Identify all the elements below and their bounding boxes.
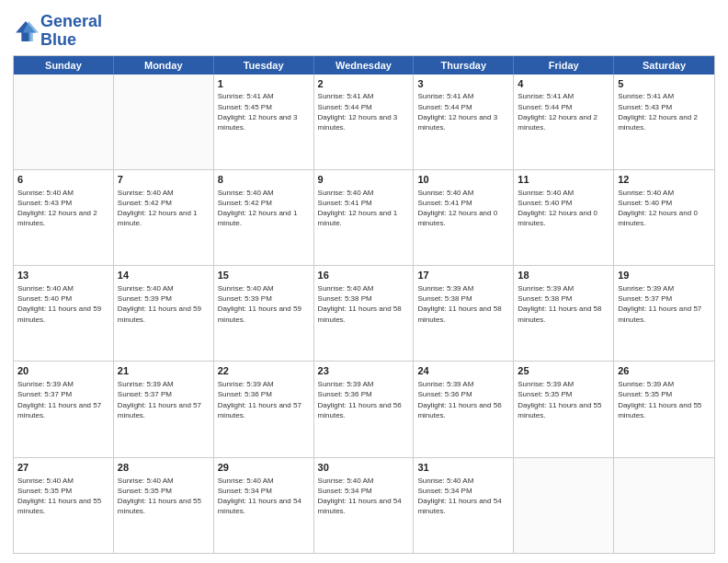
- day-info: Sunrise: 5:40 AM Sunset: 5:34 PM Dayligh…: [318, 476, 410, 517]
- day-info: Sunrise: 5:40 AM Sunset: 5:34 PM Dayligh…: [218, 476, 310, 517]
- day-info: Sunrise: 5:40 AM Sunset: 5:41 PM Dayligh…: [417, 188, 509, 229]
- week-row-3: 13Sunrise: 5:40 AM Sunset: 5:40 PM Dayli…: [14, 266, 714, 362]
- day-cell-26: 26Sunrise: 5:39 AM Sunset: 5:35 PM Dayli…: [614, 362, 714, 456]
- day-info: Sunrise: 5:41 AM Sunset: 5:44 PM Dayligh…: [417, 91, 509, 132]
- day-cell-7: 7Sunrise: 5:40 AM Sunset: 5:42 PM Daylig…: [114, 170, 214, 265]
- day-info: Sunrise: 5:41 AM Sunset: 5:44 PM Dayligh…: [318, 91, 410, 132]
- page: General Blue SundayMondayTuesdayWednesda…: [0, 0, 728, 563]
- day-header-wednesday: Wednesday: [314, 56, 415, 75]
- logo: General Blue: [13, 13, 102, 50]
- logo-icon: [13, 18, 39, 44]
- day-number: 31: [417, 461, 509, 475]
- day-cell-8: 8Sunrise: 5:40 AM Sunset: 5:42 PM Daylig…: [214, 170, 314, 265]
- day-info: Sunrise: 5:40 AM Sunset: 5:39 PM Dayligh…: [118, 283, 210, 325]
- day-info: Sunrise: 5:39 AM Sunset: 5:36 PM Dayligh…: [417, 379, 509, 420]
- day-cell-27: 27Sunrise: 5:40 AM Sunset: 5:35 PM Dayli…: [14, 458, 114, 553]
- empty-cell: [14, 75, 114, 169]
- day-cell-11: 11Sunrise: 5:40 AM Sunset: 5:40 PM Dayli…: [514, 170, 614, 265]
- day-cell-10: 10Sunrise: 5:40 AM Sunset: 5:41 PM Dayli…: [414, 170, 514, 265]
- day-header-tuesday: Tuesday: [214, 56, 314, 75]
- day-info: Sunrise: 5:40 AM Sunset: 5:38 PM Dayligh…: [318, 283, 410, 325]
- day-number: 29: [218, 461, 310, 475]
- day-number: 23: [318, 364, 410, 378]
- day-number: 11: [518, 173, 609, 187]
- day-number: 21: [118, 364, 210, 378]
- week-row-1: 1Sunrise: 5:41 AM Sunset: 5:45 PM Daylig…: [14, 75, 714, 170]
- day-number: 14: [118, 269, 210, 282]
- day-info: Sunrise: 5:40 AM Sunset: 5:40 PM Dayligh…: [17, 283, 109, 325]
- day-info: Sunrise: 5:40 AM Sunset: 5:42 PM Dayligh…: [118, 188, 210, 229]
- day-number: 20: [17, 364, 109, 378]
- day-cell-24: 24Sunrise: 5:39 AM Sunset: 5:36 PM Dayli…: [414, 362, 514, 456]
- day-header-monday: Monday: [114, 56, 214, 75]
- day-cell-2: 2Sunrise: 5:41 AM Sunset: 5:44 PM Daylig…: [314, 75, 415, 169]
- day-number: 13: [17, 269, 109, 282]
- day-cell-6: 6Sunrise: 5:40 AM Sunset: 5:43 PM Daylig…: [14, 170, 114, 265]
- day-cell-5: 5Sunrise: 5:41 AM Sunset: 5:43 PM Daylig…: [614, 75, 714, 169]
- day-info: Sunrise: 5:40 AM Sunset: 5:35 PM Dayligh…: [17, 476, 109, 517]
- day-header-saturday: Saturday: [614, 56, 714, 75]
- week-row-2: 6Sunrise: 5:40 AM Sunset: 5:43 PM Daylig…: [14, 170, 714, 266]
- day-info: Sunrise: 5:41 AM Sunset: 5:45 PM Dayligh…: [218, 91, 310, 132]
- day-number: 10: [417, 173, 509, 187]
- day-cell-31: 31Sunrise: 5:40 AM Sunset: 5:34 PM Dayli…: [414, 458, 514, 553]
- day-header-sunday: Sunday: [14, 56, 114, 75]
- day-cell-3: 3Sunrise: 5:41 AM Sunset: 5:44 PM Daylig…: [414, 75, 514, 169]
- calendar-body: 1Sunrise: 5:41 AM Sunset: 5:45 PM Daylig…: [14, 75, 714, 553]
- day-cell-20: 20Sunrise: 5:39 AM Sunset: 5:37 PM Dayli…: [14, 362, 114, 456]
- day-cell-12: 12Sunrise: 5:40 AM Sunset: 5:40 PM Dayli…: [614, 170, 714, 265]
- day-header-thursday: Thursday: [414, 56, 514, 75]
- day-number: 12: [618, 173, 711, 187]
- day-number: 3: [417, 77, 509, 91]
- day-cell-9: 9Sunrise: 5:40 AM Sunset: 5:41 PM Daylig…: [314, 170, 415, 265]
- day-cell-28: 28Sunrise: 5:40 AM Sunset: 5:35 PM Dayli…: [114, 458, 214, 553]
- day-number: 9: [318, 173, 410, 187]
- week-row-5: 27Sunrise: 5:40 AM Sunset: 5:35 PM Dayli…: [14, 458, 714, 553]
- empty-cell: [614, 458, 714, 553]
- day-number: 18: [518, 269, 609, 282]
- day-number: 7: [118, 173, 210, 187]
- week-row-4: 20Sunrise: 5:39 AM Sunset: 5:37 PM Dayli…: [14, 362, 714, 457]
- day-number: 28: [118, 461, 210, 475]
- header: General Blue: [13, 9, 715, 50]
- day-number: 2: [318, 77, 410, 91]
- day-number: 15: [218, 269, 310, 282]
- day-info: Sunrise: 5:39 AM Sunset: 5:37 PM Dayligh…: [17, 379, 109, 420]
- day-info: Sunrise: 5:41 AM Sunset: 5:43 PM Dayligh…: [618, 91, 711, 132]
- day-header-friday: Friday: [514, 56, 614, 75]
- day-cell-15: 15Sunrise: 5:40 AM Sunset: 5:39 PM Dayli…: [214, 266, 314, 361]
- day-info: Sunrise: 5:40 AM Sunset: 5:40 PM Dayligh…: [618, 188, 711, 229]
- day-info: Sunrise: 5:40 AM Sunset: 5:41 PM Dayligh…: [318, 188, 410, 229]
- day-number: 8: [218, 173, 310, 187]
- day-cell-23: 23Sunrise: 5:39 AM Sunset: 5:36 PM Dayli…: [314, 362, 415, 456]
- day-info: Sunrise: 5:40 AM Sunset: 5:42 PM Dayligh…: [218, 188, 310, 229]
- day-cell-14: 14Sunrise: 5:40 AM Sunset: 5:39 PM Dayli…: [114, 266, 214, 361]
- day-info: Sunrise: 5:39 AM Sunset: 5:38 PM Dayligh…: [417, 283, 509, 325]
- day-cell-29: 29Sunrise: 5:40 AM Sunset: 5:34 PM Dayli…: [214, 458, 314, 553]
- day-cell-13: 13Sunrise: 5:40 AM Sunset: 5:40 PM Dayli…: [14, 266, 114, 361]
- day-cell-18: 18Sunrise: 5:39 AM Sunset: 5:38 PM Dayli…: [514, 266, 614, 361]
- day-info: Sunrise: 5:39 AM Sunset: 5:35 PM Dayligh…: [618, 379, 711, 420]
- day-info: Sunrise: 5:40 AM Sunset: 5:39 PM Dayligh…: [218, 283, 310, 325]
- day-info: Sunrise: 5:39 AM Sunset: 5:37 PM Dayligh…: [118, 379, 210, 420]
- logo-text-general: General: [40, 13, 102, 31]
- day-number: 17: [417, 269, 509, 282]
- day-number: 22: [218, 364, 310, 378]
- day-number: 1: [218, 77, 310, 91]
- logo-text-blue: Blue: [40, 31, 102, 50]
- day-number: 30: [318, 461, 410, 475]
- day-number: 16: [318, 269, 410, 282]
- day-cell-16: 16Sunrise: 5:40 AM Sunset: 5:38 PM Dayli…: [314, 266, 415, 361]
- calendar-header-row: SundayMondayTuesdayWednesdayThursdayFrid…: [14, 56, 714, 75]
- day-cell-17: 17Sunrise: 5:39 AM Sunset: 5:38 PM Dayli…: [414, 266, 514, 361]
- day-info: Sunrise: 5:41 AM Sunset: 5:44 PM Dayligh…: [518, 91, 609, 132]
- day-info: Sunrise: 5:39 AM Sunset: 5:36 PM Dayligh…: [218, 379, 310, 420]
- day-number: 25: [518, 364, 609, 378]
- day-cell-21: 21Sunrise: 5:39 AM Sunset: 5:37 PM Dayli…: [114, 362, 214, 456]
- day-info: Sunrise: 5:39 AM Sunset: 5:38 PM Dayligh…: [518, 283, 609, 325]
- day-cell-22: 22Sunrise: 5:39 AM Sunset: 5:36 PM Dayli…: [214, 362, 314, 456]
- day-info: Sunrise: 5:39 AM Sunset: 5:35 PM Dayligh…: [518, 379, 609, 420]
- day-info: Sunrise: 5:40 AM Sunset: 5:34 PM Dayligh…: [417, 476, 509, 517]
- day-number: 27: [17, 461, 109, 475]
- day-info: Sunrise: 5:40 AM Sunset: 5:43 PM Dayligh…: [17, 188, 109, 229]
